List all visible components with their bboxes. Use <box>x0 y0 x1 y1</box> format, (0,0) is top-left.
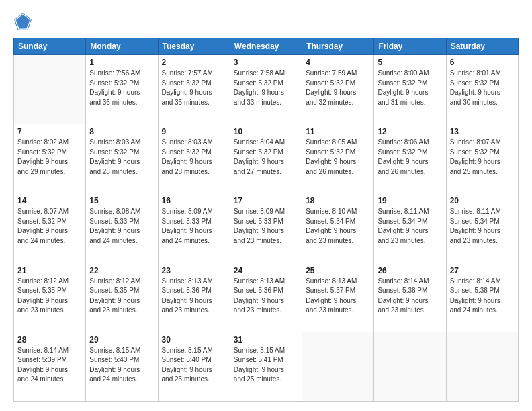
calendar-table: SundayMondayTuesdayWednesdayThursdayFrid… <box>13 38 519 402</box>
calendar-cell: 17Sunrise: 8:09 AMSunset: 5:33 PMDayligh… <box>230 193 302 263</box>
day-number: 9 <box>162 127 226 136</box>
calendar-cell: 25Sunrise: 8:13 AMSunset: 5:37 PMDayligh… <box>302 263 374 332</box>
day-number: 30 <box>162 335 226 345</box>
day-info: Sunrise: 8:14 AMSunset: 5:38 PMDaylight:… <box>378 277 442 316</box>
weekday-header: Wednesday <box>230 38 302 55</box>
calendar-cell: 8Sunrise: 8:03 AMSunset: 5:32 PMDaylight… <box>86 124 158 193</box>
calendar-cell: 4Sunrise: 7:59 AMSunset: 5:32 PMDaylight… <box>302 55 374 124</box>
calendar-cell: 12Sunrise: 8:06 AMSunset: 5:32 PMDayligh… <box>374 124 446 193</box>
calendar-cell: 7Sunrise: 8:02 AMSunset: 5:32 PMDaylight… <box>14 124 86 193</box>
calendar-week-row: 1Sunrise: 7:56 AMSunset: 5:32 PMDaylight… <box>14 55 519 124</box>
weekday-header: Friday <box>374 38 446 55</box>
day-info: Sunrise: 7:58 AMSunset: 5:32 PMDaylight:… <box>234 68 298 107</box>
calendar-cell: 23Sunrise: 8:13 AMSunset: 5:36 PMDayligh… <box>158 263 230 332</box>
day-number: 24 <box>234 266 298 275</box>
calendar-cell: 10Sunrise: 8:04 AMSunset: 5:32 PMDayligh… <box>230 124 302 193</box>
logo <box>13 12 35 31</box>
day-info: Sunrise: 8:04 AMSunset: 5:32 PMDaylight:… <box>234 138 298 177</box>
day-info: Sunrise: 8:02 AMSunset: 5:32 PMDaylight:… <box>17 138 82 177</box>
calendar-cell: 27Sunrise: 8:14 AMSunset: 5:38 PMDayligh… <box>446 263 518 332</box>
calendar-cell: 2Sunrise: 7:57 AMSunset: 5:32 PMDaylight… <box>158 55 230 124</box>
calendar-cell: 30Sunrise: 8:15 AMSunset: 5:40 PMDayligh… <box>158 332 230 401</box>
day-number: 2 <box>162 58 226 67</box>
day-info: Sunrise: 8:12 AMSunset: 5:35 PMDaylight:… <box>17 277 82 316</box>
calendar-cell: 18Sunrise: 8:10 AMSunset: 5:34 PMDayligh… <box>302 193 374 263</box>
day-info: Sunrise: 8:11 AMSunset: 5:34 PMDaylight:… <box>378 207 442 246</box>
day-info: Sunrise: 7:56 AMSunset: 5:32 PMDaylight:… <box>89 68 154 107</box>
day-number: 16 <box>162 196 226 205</box>
day-info: Sunrise: 8:13 AMSunset: 5:36 PMDaylight:… <box>234 277 298 316</box>
calendar-cell: 14Sunrise: 8:07 AMSunset: 5:32 PMDayligh… <box>14 193 86 263</box>
page: SundayMondayTuesdayWednesdayThursdayFrid… <box>0 0 532 411</box>
weekday-header: Thursday <box>302 38 374 55</box>
calendar-cell: 16Sunrise: 8:09 AMSunset: 5:33 PMDayligh… <box>158 193 230 263</box>
header <box>13 12 519 31</box>
day-number: 11 <box>306 127 370 136</box>
day-info: Sunrise: 8:05 AMSunset: 5:32 PMDaylight:… <box>306 138 370 177</box>
calendar-cell: 3Sunrise: 7:58 AMSunset: 5:32 PMDaylight… <box>230 55 302 124</box>
day-info: Sunrise: 8:14 AMSunset: 5:39 PMDaylight:… <box>17 346 82 385</box>
weekday-header: Monday <box>86 38 158 55</box>
day-info: Sunrise: 8:06 AMSunset: 5:32 PMDaylight:… <box>378 138 442 177</box>
calendar-cell: 28Sunrise: 8:14 AMSunset: 5:39 PMDayligh… <box>14 332 86 401</box>
day-number: 20 <box>450 196 515 205</box>
svg-marker-0 <box>16 15 30 29</box>
day-info: Sunrise: 8:15 AMSunset: 5:41 PMDaylight:… <box>234 346 298 385</box>
calendar-week-row: 14Sunrise: 8:07 AMSunset: 5:32 PMDayligh… <box>14 193 519 263</box>
day-number: 31 <box>234 335 298 345</box>
logo-icon <box>13 12 32 31</box>
day-number: 21 <box>17 266 82 275</box>
calendar-cell: 6Sunrise: 8:01 AMSunset: 5:32 PMDaylight… <box>446 55 518 124</box>
day-number: 6 <box>450 58 515 67</box>
day-info: Sunrise: 8:11 AMSunset: 5:34 PMDaylight:… <box>450 207 515 246</box>
calendar-cell: 15Sunrise: 8:08 AMSunset: 5:33 PMDayligh… <box>86 193 158 263</box>
day-info: Sunrise: 8:01 AMSunset: 5:32 PMDaylight:… <box>450 68 515 107</box>
day-info: Sunrise: 8:03 AMSunset: 5:32 PMDaylight:… <box>89 138 154 177</box>
day-info: Sunrise: 8:12 AMSunset: 5:35 PMDaylight:… <box>89 277 154 316</box>
weekday-header: Tuesday <box>158 38 230 55</box>
day-number: 12 <box>378 127 442 136</box>
day-number: 3 <box>234 58 298 67</box>
calendar-cell: 11Sunrise: 8:05 AMSunset: 5:32 PMDayligh… <box>302 124 374 193</box>
day-info: Sunrise: 7:57 AMSunset: 5:32 PMDaylight:… <box>162 68 226 107</box>
day-info: Sunrise: 8:15 AMSunset: 5:40 PMDaylight:… <box>162 346 226 385</box>
calendar-cell <box>302 332 374 401</box>
day-number: 1 <box>89 58 154 67</box>
day-info: Sunrise: 8:08 AMSunset: 5:33 PMDaylight:… <box>89 207 154 246</box>
day-number: 10 <box>234 127 298 136</box>
calendar-cell: 9Sunrise: 8:03 AMSunset: 5:32 PMDaylight… <box>158 124 230 193</box>
weekday-header: Sunday <box>14 38 86 55</box>
calendar-cell: 26Sunrise: 8:14 AMSunset: 5:38 PMDayligh… <box>374 263 446 332</box>
calendar-cell <box>446 332 518 401</box>
day-number: 4 <box>306 58 370 67</box>
day-number: 13 <box>450 127 515 136</box>
calendar-cell <box>374 332 446 401</box>
calendar-cell: 1Sunrise: 7:56 AMSunset: 5:32 PMDaylight… <box>86 55 158 124</box>
calendar-cell: 24Sunrise: 8:13 AMSunset: 5:36 PMDayligh… <box>230 263 302 332</box>
weekday-header: Saturday <box>446 38 518 55</box>
day-number: 25 <box>306 266 370 275</box>
day-number: 22 <box>89 266 154 275</box>
day-info: Sunrise: 8:00 AMSunset: 5:32 PMDaylight:… <box>378 68 442 107</box>
calendar-cell: 19Sunrise: 8:11 AMSunset: 5:34 PMDayligh… <box>374 193 446 263</box>
calendar-cell: 5Sunrise: 8:00 AMSunset: 5:32 PMDaylight… <box>374 55 446 124</box>
day-number: 17 <box>234 196 298 205</box>
day-info: Sunrise: 8:03 AMSunset: 5:32 PMDaylight:… <box>162 138 226 177</box>
day-info: Sunrise: 8:09 AMSunset: 5:33 PMDaylight:… <box>162 207 226 246</box>
day-info: Sunrise: 7:59 AMSunset: 5:32 PMDaylight:… <box>306 68 370 107</box>
day-info: Sunrise: 8:07 AMSunset: 5:32 PMDaylight:… <box>17 207 82 246</box>
calendar-week-row: 21Sunrise: 8:12 AMSunset: 5:35 PMDayligh… <box>14 263 519 332</box>
day-number: 18 <box>306 196 370 205</box>
day-number: 29 <box>89 335 154 345</box>
calendar-cell: 21Sunrise: 8:12 AMSunset: 5:35 PMDayligh… <box>14 263 86 332</box>
day-number: 15 <box>89 196 154 205</box>
calendar-week-row: 28Sunrise: 8:14 AMSunset: 5:39 PMDayligh… <box>14 332 519 401</box>
calendar-cell: 20Sunrise: 8:11 AMSunset: 5:34 PMDayligh… <box>446 193 518 263</box>
day-number: 23 <box>162 266 226 275</box>
day-number: 19 <box>378 196 442 205</box>
day-number: 7 <box>17 127 82 136</box>
day-number: 5 <box>378 58 442 67</box>
day-info: Sunrise: 8:07 AMSunset: 5:32 PMDaylight:… <box>450 138 515 177</box>
calendar-cell <box>14 55 86 124</box>
calendar-cell: 31Sunrise: 8:15 AMSunset: 5:41 PMDayligh… <box>230 332 302 401</box>
